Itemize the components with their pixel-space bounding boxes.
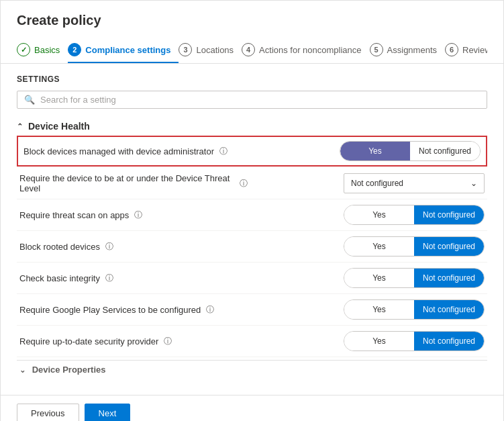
step-num-assignments: 5 bbox=[370, 43, 383, 56]
setting-name-rooted: Block rooted devices bbox=[19, 242, 100, 252]
toggle-block-devices[interactable]: Yes Not configured bbox=[340, 141, 481, 161]
info-icon-rooted[interactable]: ⓘ bbox=[105, 241, 113, 252]
page-title: Create policy bbox=[17, 13, 487, 28]
step-label-compliance: Compliance settings bbox=[85, 45, 170, 55]
toggle-security-provider[interactable]: Yes Not configured bbox=[344, 331, 485, 351]
toggle-not-configured-google-play[interactable]: Not configured bbox=[414, 300, 484, 319]
footer: Previous Next bbox=[1, 395, 503, 421]
check-icon: ✓ bbox=[21, 46, 27, 54]
info-icon-security-provider[interactable]: ⓘ bbox=[164, 336, 172, 347]
settings-section-label: SETTINGS bbox=[17, 75, 487, 84]
setting-name-threat-level: Require the device to be at or under the… bbox=[19, 173, 234, 193]
search-box[interactable]: 🔍 bbox=[17, 91, 487, 109]
toggle-yes-block-devices[interactable]: Yes bbox=[340, 142, 410, 160]
step-num-compliance-label: 2 bbox=[72, 46, 77, 54]
toggle-not-configured-threat-scan[interactable]: Not configured bbox=[414, 205, 484, 224]
step-review[interactable]: 6 Review bbox=[445, 38, 487, 63]
step-label-basics: Basics bbox=[34, 45, 60, 55]
row-google-play: Require Google Play Services to be confi… bbox=[17, 294, 487, 326]
info-icon-threat-level[interactable]: ⓘ bbox=[240, 178, 248, 189]
row-threat-level: Require the device to be at or under the… bbox=[17, 168, 487, 199]
step-assignments[interactable]: 5 Assignments bbox=[370, 38, 445, 63]
row-threat-level-left: Require the device to be at or under the… bbox=[19, 173, 248, 193]
step-num-locations: 3 bbox=[179, 43, 192, 56]
row-threat-scan: Require threat scan on apps ⓘ Yes Not co… bbox=[17, 199, 487, 231]
step-basics[interactable]: ✓ Basics bbox=[17, 38, 68, 63]
toggle-google-play[interactable]: Yes Not configured bbox=[344, 299, 485, 320]
toggle-yes-threat-scan[interactable]: Yes bbox=[344, 205, 414, 224]
collapse-icon: ⌃ bbox=[17, 122, 23, 131]
device-properties-header[interactable]: ⌄ Device Properties bbox=[17, 360, 487, 379]
info-icon-google-play[interactable]: ⓘ bbox=[206, 304, 214, 316]
step-label-review: Review bbox=[462, 45, 487, 55]
step-num-basics: ✓ bbox=[17, 43, 30, 56]
step-compliance[interactable]: 2 Compliance settings bbox=[68, 38, 179, 63]
toggle-not-configured-rooted[interactable]: Not configured bbox=[414, 237, 484, 256]
toggle-threat-scan[interactable]: Yes Not configured bbox=[344, 205, 485, 225]
step-actions[interactable]: 4 Actions for noncompliance bbox=[242, 38, 369, 63]
device-health-label: Device Health bbox=[28, 121, 90, 132]
step-num-locations-label: 3 bbox=[183, 46, 187, 54]
chevron-right-icon: ⌄ bbox=[19, 366, 26, 374]
toggle-yes-rooted[interactable]: Yes bbox=[344, 237, 414, 256]
info-icon-block-devices[interactable]: ⓘ bbox=[219, 146, 228, 157]
row-block-devices: Block devices managed with device admini… bbox=[17, 136, 487, 167]
row-block-devices-left: Block devices managed with device admini… bbox=[23, 146, 228, 157]
row-basic-integrity-left: Check basic integrity ⓘ bbox=[19, 273, 113, 284]
step-label-actions: Actions for noncompliance bbox=[259, 45, 361, 55]
search-icon: 🔍 bbox=[24, 95, 35, 105]
setting-name-basic-integrity: Check basic integrity bbox=[19, 273, 100, 283]
previous-button[interactable]: Previous bbox=[17, 404, 79, 421]
toggle-rooted[interactable]: Yes Not configured bbox=[344, 236, 485, 256]
row-security-provider: Require up-to-date security provider ⓘ Y… bbox=[17, 326, 487, 357]
row-rooted: Block rooted devices ⓘ Yes Not configure… bbox=[17, 231, 487, 263]
toggle-yes-basic-integrity[interactable]: Yes bbox=[344, 269, 414, 287]
search-input[interactable] bbox=[40, 95, 480, 105]
wizard-steps: ✓ Basics 2 Compliance settings 3 Locatio… bbox=[17, 38, 487, 63]
setting-name-google-play: Require Google Play Services to be confi… bbox=[19, 305, 201, 315]
info-icon-basic-integrity[interactable]: ⓘ bbox=[105, 273, 113, 284]
next-button[interactable]: Next bbox=[85, 404, 131, 421]
device-health-header[interactable]: ⌃ Device Health bbox=[17, 121, 487, 132]
step-label-assignments: Assignments bbox=[387, 45, 437, 55]
toggle-not-configured-basic-integrity[interactable]: Not configured bbox=[414, 269, 484, 287]
toggle-yes-google-play[interactable]: Yes bbox=[344, 300, 414, 319]
row-rooted-left: Block rooted devices ⓘ bbox=[19, 241, 113, 252]
toggle-not-configured-block-devices[interactable]: Not configured bbox=[410, 142, 480, 160]
toggle-not-configured-security-provider[interactable]: Not configured bbox=[414, 332, 484, 350]
chevron-down-icon-threat-level: ⌄ bbox=[470, 179, 477, 188]
content-area: SETTINGS 🔍 ⌃ Device Health Block devices… bbox=[1, 64, 503, 395]
step-label-locations: Locations bbox=[196, 45, 234, 55]
step-num-actions-label: 4 bbox=[246, 46, 250, 54]
dropdown-value-threat-level: Not configured bbox=[351, 179, 403, 188]
toggle-yes-security-provider[interactable]: Yes bbox=[344, 332, 414, 350]
dropdown-threat-level[interactable]: Not configured ⌄ bbox=[344, 173, 485, 193]
row-basic-integrity: Check basic integrity ⓘ Yes Not configur… bbox=[17, 263, 487, 294]
setting-name-block-devices: Block devices managed with device admini… bbox=[23, 146, 214, 156]
setting-name-security-provider: Require up-to-date security provider bbox=[19, 336, 158, 346]
step-num-compliance: 2 bbox=[68, 43, 81, 56]
step-locations[interactable]: 3 Locations bbox=[179, 38, 242, 63]
device-properties-label: Device Properties bbox=[32, 365, 106, 375]
step-num-review-label: 6 bbox=[450, 46, 454, 54]
toggle-basic-integrity[interactable]: Yes Not configured bbox=[344, 268, 485, 288]
device-health-section: ⌃ Device Health Block devices managed wi… bbox=[17, 121, 487, 379]
step-num-assignments-label: 5 bbox=[374, 46, 379, 54]
info-icon-threat-scan[interactable]: ⓘ bbox=[134, 209, 142, 221]
step-num-review: 6 bbox=[445, 43, 458, 56]
row-google-play-left: Require Google Play Services to be confi… bbox=[19, 304, 214, 316]
row-threat-scan-left: Require threat scan on apps ⓘ bbox=[19, 209, 142, 221]
row-security-provider-left: Require up-to-date security provider ⓘ bbox=[19, 336, 172, 347]
step-num-actions: 4 bbox=[242, 43, 255, 56]
setting-name-threat-scan: Require threat scan on apps bbox=[19, 210, 129, 220]
